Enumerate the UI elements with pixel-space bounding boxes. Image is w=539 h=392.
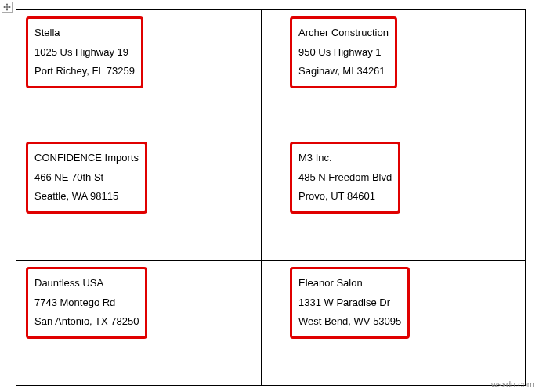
address-street: 485 N Freedom Blvd [298, 168, 392, 188]
address-citystate: Port Richey, FL 73259 [34, 62, 135, 81]
address-block: Archer Construction 950 Us Highway 1 Sag… [290, 16, 397, 88]
table-move-handle[interactable] [2, 2, 13, 13]
address-name: Dauntless USA [34, 274, 139, 293]
address-name: Stella [34, 23, 135, 43]
spacer-cell [262, 10, 280, 135]
address-citystate: Provo, UT 84601 [298, 187, 392, 207]
address-block: M3 Inc. 485 N Freedom Blvd Provo, UT 846… [290, 142, 400, 214]
address-name: M3 Inc. [298, 149, 392, 168]
address-block: Dauntless USA 7743 Montego Rd San Antoni… [26, 267, 147, 339]
address-citystate: Seattle, WA 98115 [34, 187, 139, 207]
label-cell[interactable]: Archer Construction 950 Us Highway 1 Sag… [280, 10, 526, 135]
label-cell[interactable]: Eleanor Salon 1331 W Paradise Dr West Be… [280, 261, 526, 386]
watermark: wsxdn.com [491, 379, 534, 389]
address-block: CONFIDENCE Imports 466 NE 70th St Seattl… [26, 142, 147, 214]
address-block: Stella 1025 Us Highway 19 Port Richey, F… [26, 16, 143, 88]
address-street: 466 NE 70th St [34, 168, 139, 188]
address-street: 7743 Montego Rd [34, 293, 139, 313]
address-street: 1331 W Paradise Dr [298, 293, 401, 313]
address-citystate: San Antonio, TX 78250 [34, 312, 139, 332]
address-citystate: West Bend, WV 53095 [298, 312, 401, 332]
address-street: 950 Us Highway 1 [298, 43, 389, 63]
address-name: CONFIDENCE Imports [34, 149, 139, 168]
move-icon [3, 3, 11, 11]
label-cell[interactable]: Dauntless USA 7743 Montego Rd San Antoni… [16, 261, 262, 386]
label-cell[interactable]: M3 Inc. 485 N Freedom Blvd Provo, UT 846… [280, 135, 526, 261]
address-street: 1025 Us Highway 19 [34, 43, 135, 63]
table-row: CONFIDENCE Imports 466 NE 70th St Seattl… [16, 135, 526, 261]
address-block: Eleanor Salon 1331 W Paradise Dr West Be… [290, 267, 410, 339]
table-row: Stella 1025 Us Highway 19 Port Richey, F… [16, 10, 526, 135]
address-name: Archer Construction [298, 23, 389, 43]
address-name: Eleanor Salon [298, 274, 401, 293]
mailing-label-table[interactable]: Stella 1025 Us Highway 19 Port Richey, F… [16, 9, 526, 386]
spacer-cell [262, 261, 280, 386]
page-margin-guide [9, 0, 9, 392]
label-cell[interactable]: CONFIDENCE Imports 466 NE 70th St Seattl… [16, 135, 262, 261]
spacer-cell [262, 135, 280, 261]
table-row: Dauntless USA 7743 Montego Rd San Antoni… [16, 261, 526, 386]
label-cell[interactable]: Stella 1025 Us Highway 19 Port Richey, F… [16, 10, 262, 135]
address-citystate: Saginaw, MI 34261 [298, 62, 389, 81]
